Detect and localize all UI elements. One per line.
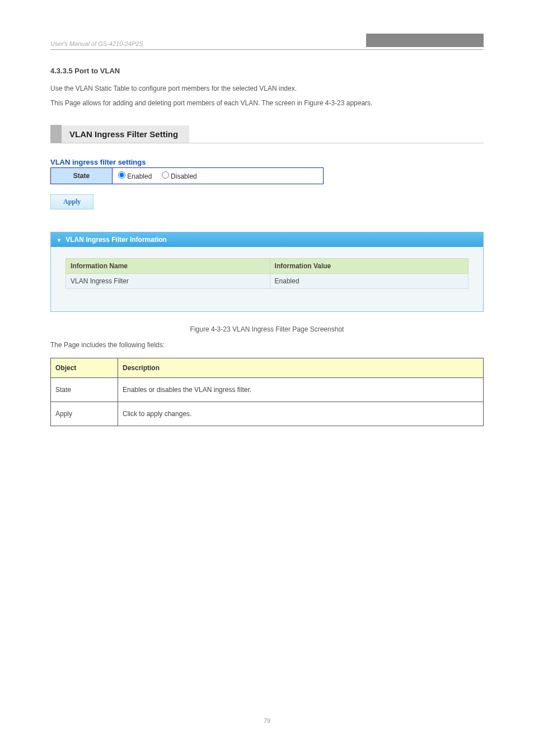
table-row: State Enables or disables the VLAN ingre… (51, 378, 484, 402)
chevron-down-icon: ▼ (57, 237, 62, 243)
header-left-text: User's Manual of GS-4210-24P2S (50, 40, 143, 47)
row-desc: Click to apply changes. (118, 402, 484, 426)
col-info-name: Information Name (66, 259, 270, 274)
info-row-value: Enabled (270, 274, 468, 289)
radio-disabled-label[interactable]: Disabled (162, 172, 197, 180)
table-header-row: Information Name Information Value (66, 259, 469, 274)
info-row-name: VLAN Ingress Filter (66, 274, 270, 289)
radio-enabled-label[interactable]: Enabled (118, 172, 154, 180)
col-description: Description (118, 358, 484, 378)
table-header-row: Object Description (51, 358, 484, 378)
radio-disabled-text: Disabled (171, 172, 197, 180)
info-panel: ▼ VLAN Ingress Filter Information Inform… (50, 232, 484, 312)
state-options-cell: Enabled Disabled (113, 168, 324, 184)
section-intro-2: This Page allows for adding and deleting… (50, 98, 484, 108)
radio-enabled-text: Enabled (127, 172, 152, 180)
state-label: State (51, 168, 113, 184)
row-desc: Enables or disables the VLAN ingress fil… (118, 378, 484, 402)
info-panel-body: Information Name Information Value VLAN … (51, 247, 483, 311)
desc-caption: The Page includes the following fields: (50, 341, 484, 349)
divider (50, 143, 484, 143)
info-panel-header[interactable]: ▼ VLAN Ingress Filter Information (51, 232, 483, 247)
panel-title: VLAN Ingress Filter Setting (62, 125, 189, 143)
screenshot-container: VLAN Ingress Filter Setting VLAN ingress… (50, 125, 484, 312)
description-table: Object Description State Enables or disa… (50, 358, 484, 426)
header-grey-box (366, 34, 484, 47)
state-table: State Enabled Disabled (50, 167, 324, 184)
row-object: State (51, 378, 118, 402)
apply-button[interactable]: Apply (50, 194, 93, 209)
figure-caption: Figure 4-3-23 VLAN Ingress Filter Page S… (50, 325, 484, 333)
settings-subheading: VLAN ingress filter settings (50, 158, 484, 166)
info-panel-title: VLAN Ingress Filter Information (65, 236, 167, 244)
table-row: VLAN Ingress Filter Enabled (66, 274, 469, 289)
col-object: Object (51, 358, 118, 378)
table-row: Apply Click to apply changes. (51, 402, 484, 426)
section-number: 4.3.3.5 Port to VLAN (50, 67, 484, 75)
section-intro-1: Use the VLAN Static Table to configure p… (50, 83, 484, 94)
page-number: 79 (0, 717, 534, 741)
row-object: Apply (51, 402, 118, 426)
radio-disabled[interactable] (162, 171, 169, 179)
col-info-value: Information Value (270, 259, 468, 274)
title-accent-bar (50, 125, 62, 143)
info-table: Information Name Information Value VLAN … (65, 258, 469, 289)
radio-enabled[interactable] (118, 171, 125, 179)
